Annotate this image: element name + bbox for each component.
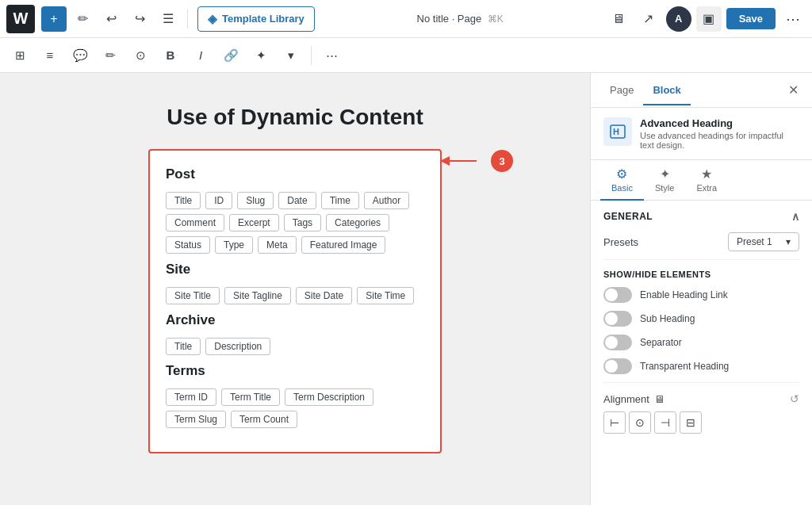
tag-excerpt[interactable]: Excerpt <box>229 214 279 231</box>
options-button[interactable]: ⋯ <box>318 42 345 69</box>
tag-site-tagline[interactable]: Site Tagline <box>224 287 291 304</box>
enable-heading-link-toggle[interactable] <box>603 287 632 303</box>
user-avatar-button[interactable]: A <box>666 6 691 32</box>
general-section-header[interactable]: General ∧ <box>603 210 799 223</box>
dynamic-button[interactable]: ✦ <box>247 42 274 69</box>
alignment-row: Alignment 🖥 ↺ <box>603 392 799 405</box>
second-toolbar: ⊞ ≡ 💬 ✏ ⊙ B I 🔗 ✦ ▾ ⋯ <box>0 38 812 73</box>
show-hide-label: SHOW/HIDE ELEMENTS <box>603 270 799 279</box>
separator-toggle[interactable] <box>603 335 632 350</box>
redo-button[interactable]: ↪ <box>127 6 152 32</box>
tag-term-id[interactable]: Term ID <box>166 388 216 406</box>
list-view-button[interactable]: ☰ <box>155 6 181 32</box>
tag-term-slug[interactable]: Term Slug <box>166 411 226 428</box>
style-tab-label: Style <box>655 183 674 193</box>
sub-heading-toggle[interactable] <box>603 311 632 327</box>
block-icon: H <box>603 117 632 146</box>
save-button[interactable]: Save <box>726 8 776 29</box>
align-center-button[interactable]: ⊙ <box>629 411 651 434</box>
layout-button[interactable]: ⊞ <box>6 42 33 69</box>
tag-status[interactable]: Status <box>166 236 210 254</box>
tag-id[interactable]: ID <box>205 192 232 209</box>
annotation-arrow-svg <box>437 149 485 173</box>
basic-tab-icon: ⚙ <box>616 166 627 182</box>
general-label: General <box>603 211 653 222</box>
block-tab-style[interactable]: ✦ Style <box>644 160 685 201</box>
block-tab-basic[interactable]: ⚙ Basic <box>600 160 644 201</box>
sidebar-tab-page[interactable]: Page <box>600 76 643 105</box>
alignment-reset-icon[interactable]: ↺ <box>790 392 799 405</box>
tag-time[interactable]: Time <box>321 192 359 209</box>
site-tags-row: Site Title Site Tagline Site Date Site T… <box>166 287 424 304</box>
block-desc-label: Use advanced headings for impactful text… <box>640 131 799 150</box>
tag-archive-description[interactable]: Description <box>205 338 270 355</box>
terms-section-title: Terms <box>166 363 424 379</box>
tag-term-count[interactable]: Term Count <box>231 411 297 428</box>
tag-comment[interactable]: Comment <box>166 214 224 231</box>
template-library-label: Template Library <box>222 13 304 25</box>
comment-button[interactable]: 💬 <box>67 42 94 69</box>
tag-site-date[interactable]: Site Date <box>296 287 352 304</box>
more-options-button[interactable]: ⋯ <box>780 6 806 32</box>
template-library-button[interactable]: ◈ Template Library <box>197 6 315 32</box>
tag-archive-title[interactable]: Title <box>166 338 201 355</box>
settings-divider <box>603 259 799 260</box>
tools-button[interactable]: ✏ <box>70 6 95 32</box>
alignment-divider <box>603 382 799 383</box>
tag-site-time[interactable]: Site Time <box>357 287 414 304</box>
right-sidebar: Page Block ✕ H Advanced Heading Use adva… <box>590 73 812 505</box>
block-tab-extra[interactable]: ★ Extra <box>685 160 728 201</box>
basic-tab-label: Basic <box>611 183 633 193</box>
wp-logo-icon[interactable]: W <box>6 5 35 33</box>
main-area: Use of Dynamic Content Post Title ID Slu… <box>0 73 812 505</box>
tag-term-description[interactable]: Term Description <box>285 388 373 406</box>
tag-type[interactable]: Type <box>215 236 253 254</box>
tag-term-title[interactable]: Term Title <box>221 388 280 406</box>
align-justify-button[interactable]: ⊟ <box>680 411 702 434</box>
undo-button[interactable]: ↩ <box>98 6 124 32</box>
tag-date[interactable]: Date <box>278 192 316 209</box>
presets-label: Presets <box>603 236 638 248</box>
sub-heading-label: Sub Heading <box>640 313 695 324</box>
align-left-button[interactable]: ⊢ <box>603 411 626 434</box>
block-info-text: Advanced Heading Use advanced headings f… <box>640 117 799 150</box>
transparent-heading-label: Transparent Heading <box>640 361 729 372</box>
enable-heading-link-label: Enable Heading Link <box>640 289 728 300</box>
db-button[interactable]: ⊙ <box>127 42 154 69</box>
top-bar-right: 🖥 ↗ A ▣ Save ⋯ <box>606 6 806 32</box>
alignment-label-area: Alignment 🖥 <box>603 393 665 405</box>
tag-author[interactable]: Author <box>364 192 409 209</box>
top-toolbar: W + ✏ ↩ ↪ ☰ ◈ Template Library No title … <box>0 0 812 38</box>
tag-slug[interactable]: Slug <box>237 192 274 209</box>
terms-tags-row: Term ID Term Title Term Description Term… <box>166 388 424 428</box>
keyboard-shortcut: ⌘K <box>488 13 504 25</box>
general-section: General ∧ Presets Preset 1 ▾ SHOW/HIDE E… <box>591 201 812 443</box>
tag-featured-image[interactable]: Featured Image <box>301 236 386 254</box>
tag-meta[interactable]: Meta <box>258 236 297 254</box>
template-library-icon: ◈ <box>208 12 217 26</box>
tag-categories[interactable]: Categories <box>326 214 389 231</box>
sidebar-close-button[interactable]: ✕ <box>783 81 802 100</box>
archive-tags-row: Title Description <box>166 338 424 355</box>
list-button[interactable]: ≡ <box>36 42 63 69</box>
presets-chevron-icon: ▾ <box>786 236 791 247</box>
transparent-heading-toggle[interactable] <box>603 358 632 374</box>
toggle-separator: Separator <box>603 335 799 350</box>
tag-title[interactable]: Title <box>166 192 201 209</box>
sidebar-tabs: Page Block ✕ <box>591 73 812 108</box>
edit-button[interactable]: ✏ <box>97 42 124 69</box>
more-toolbar-button[interactable]: ▾ <box>278 42 304 69</box>
align-right-button[interactable]: ⊣ <box>654 411 676 434</box>
link-button[interactable]: 🔗 <box>217 42 244 69</box>
sidebar-tab-block[interactable]: Block <box>643 76 690 105</box>
advanced-heading-icon: H <box>609 123 626 140</box>
presets-select[interactable]: Preset 1 ▾ <box>728 232 799 251</box>
preview-button[interactable]: ↗ <box>636 6 661 32</box>
add-block-button[interactable]: + <box>41 6 67 32</box>
block-editor-button[interactable]: ▣ <box>696 6 722 32</box>
bold-button[interactable]: B <box>157 42 184 69</box>
tag-site-title[interactable]: Site Title <box>166 287 220 304</box>
tag-tags[interactable]: Tags <box>284 214 321 231</box>
italic-button[interactable]: I <box>187 42 214 69</box>
view-mode-button[interactable]: 🖥 <box>606 6 631 32</box>
